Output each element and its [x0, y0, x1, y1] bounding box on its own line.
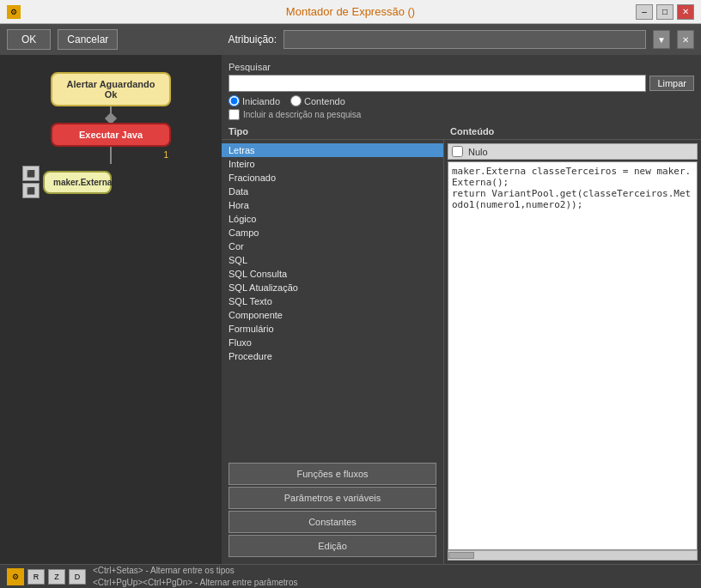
tipo-item-letras[interactable]: Letras — [222, 143, 443, 157]
conteudo-header: Conteúdo — [443, 124, 701, 139]
constantes-button[interactable]: Constantes — [229, 511, 436, 533]
tipo-item-hora[interactable]: Hora — [222, 198, 443, 212]
type-section: Letras Inteiro Fracionado Data Hora Lógi… — [222, 140, 443, 459]
radio-row: Iniciando Contendo — [229, 95, 694, 106]
atribuicao-input[interactable] — [283, 30, 646, 49]
edicao-button[interactable]: Edição — [229, 535, 436, 557]
title-bar: ⚙ Montador de Expressão () – □ ✕ — [0, 0, 701, 24]
canvas-icon-1[interactable]: ⬛ — [22, 166, 40, 181]
right-panel: Nulo maker.Externa classeTerceiros = new… — [443, 140, 701, 564]
app-icon: ⚙ — [7, 5, 21, 19]
nulo-label: Nulo — [468, 147, 488, 157]
title-bar-controls: – □ ✕ — [636, 4, 694, 20]
nulo-row: Nulo — [448, 143, 698, 160]
tipo-item-sql[interactable]: SQL — [222, 253, 443, 267]
code-area[interactable]: maker.Externa classeTerceiros = new make… — [448, 161, 698, 550]
nulo-checkbox[interactable] — [452, 146, 463, 157]
tipo-item-sql-consulta[interactable]: SQL Consulta — [222, 267, 443, 281]
include-desc-label: Incluir a descrição na pesquisa — [243, 110, 361, 119]
tipo-header: Tipo — [222, 124, 443, 139]
atribuicao-dropdown-button[interactable]: ▼ — [653, 30, 670, 49]
status-icon-r[interactable]: R — [27, 569, 45, 585]
tipo-item-componente[interactable]: Componente — [222, 308, 443, 322]
atribuicao-label: Atribuição: — [228, 33, 277, 45]
left-panel: Letras Inteiro Fracionado Data Hora Lógi… — [222, 140, 443, 564]
search-input[interactable] — [229, 75, 646, 92]
edge-label: 1 — [163, 150, 168, 160]
window-title: Montador de Expressão () — [286, 5, 415, 18]
radio-iniciando[interactable]: Iniciando — [229, 95, 280, 106]
tipo-item-campo[interactable]: Campo — [222, 226, 443, 239]
toolbar: OK Cancelar Atribuição: ▼ ✕ — [0, 24, 701, 55]
status-hint1: <Ctrl+Setas> - Alternar entre os tipos — [93, 565, 297, 577]
close-button[interactable]: ✕ — [677, 4, 694, 20]
search-row: Pesquisar Limpar Iniciando Contendo Incl… — [222, 55, 701, 124]
funcoes-button[interactable]: Funções e fluxos — [229, 463, 436, 485]
tipo-item-cor[interactable]: Cor — [222, 239, 443, 253]
tipo-item-data[interactable]: Data — [222, 185, 443, 198]
status-icons: ⚙ R Z D — [7, 568, 86, 585]
status-icon-app: ⚙ — [7, 568, 24, 585]
nav-buttons: Funções e fluxos Parâmetros e variáveis … — [222, 459, 443, 564]
main-area: Alertar Aguardando Ok Executar Java 1 — [0, 55, 701, 564]
tipo-item-logico[interactable]: Lógico — [222, 212, 443, 226]
tipo-item-sql-texto[interactable]: SQL Texto — [222, 294, 443, 308]
tipo-item-formulario[interactable]: Formulário — [222, 322, 443, 336]
tipo-item-fracionado[interactable]: Fracionado — [222, 171, 443, 185]
tipo-item-inteiro[interactable]: Inteiro — [222, 157, 443, 171]
horizontal-scrollbar[interactable] — [448, 550, 698, 561]
checkbox-row: Incluir a descrição na pesquisa — [229, 109, 694, 120]
atribuicao-clear-button[interactable]: ✕ — [677, 30, 694, 49]
radio-contendo[interactable]: Contendo — [290, 95, 345, 106]
include-desc-checkbox[interactable] — [229, 109, 240, 120]
canvas-icon-2[interactable]: ⬛ — [22, 183, 40, 198]
search-input-row: Limpar — [229, 75, 694, 92]
tipo-list: Letras Inteiro Fracionado Data Hora Lógi… — [222, 143, 443, 363]
canvas-area: Alertar Aguardando Ok Executar Java 1 — [0, 55, 222, 564]
status-icon-d[interactable]: D — [69, 569, 86, 585]
limpar-button[interactable]: Limpar — [649, 76, 694, 91]
search-label: Pesquisar — [229, 62, 694, 72]
node-exec[interactable]: Executar Java — [51, 123, 171, 147]
title-bar-left: ⚙ — [7, 5, 21, 19]
column-headers: Tipo Conteúdo — [222, 124, 701, 140]
status-hint2: <Ctrl+PgUp><Ctrl+PgDn> - Alternar entre … — [93, 577, 297, 589]
status-bar: ⚙ R Z D <Ctrl+Setas> - Alternar entre os… — [0, 564, 701, 588]
node-alert[interactable]: Alertar Aguardando Ok — [51, 72, 171, 106]
tipo-item-sql-atualizacao[interactable]: SQL Atualização — [222, 281, 443, 294]
status-text: <Ctrl+Setas> - Alternar entre os tipos <… — [93, 565, 297, 589]
maximize-button[interactable]: □ — [656, 4, 674, 20]
cancel-button[interactable]: Cancelar — [58, 29, 118, 50]
minimize-button[interactable]: – — [636, 4, 653, 20]
status-icon-z[interactable]: Z — [48, 569, 65, 585]
tipo-item-fluxo[interactable]: Fluxo — [222, 336, 443, 349]
ok-button[interactable]: OK — [7, 29, 51, 50]
node-maker[interactable]: maker.Externa — [43, 171, 112, 194]
tipo-item-procedure[interactable]: Procedure — [222, 349, 443, 363]
parametros-button[interactable]: Parâmetros e variáveis — [229, 487, 436, 509]
flow-container: Alertar Aguardando Ok Executar Java 1 — [9, 64, 213, 198]
content-split: Letras Inteiro Fracionado Data Hora Lógi… — [222, 140, 701, 564]
